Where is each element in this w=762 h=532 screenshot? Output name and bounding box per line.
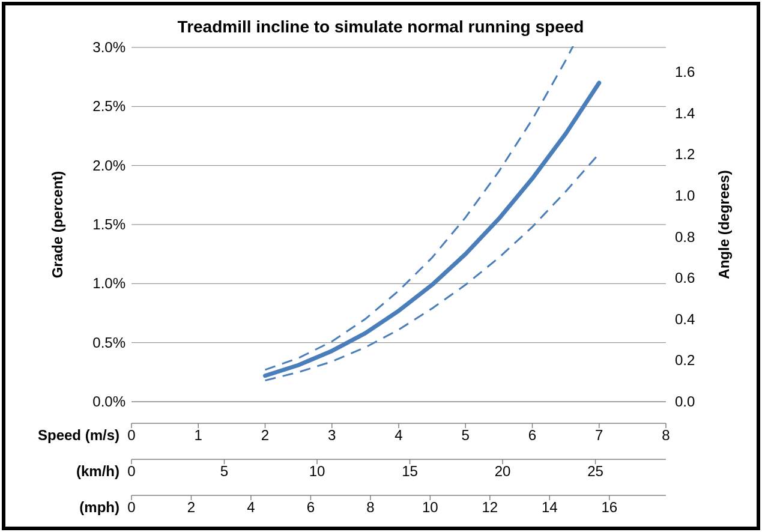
x-mph-tick-5: 10 [422, 499, 438, 515]
x-mph-tick-1: 2 [187, 499, 195, 515]
chart-svg: Treadmill incline to simulate normal run… [5, 5, 757, 527]
x-mph-tick-0: 0 [127, 499, 135, 515]
y-right-tick-3: 0.6 [675, 270, 695, 286]
x-mph-tick-6: 12 [482, 499, 498, 515]
x-kmh-tick-5: 25 [587, 463, 603, 479]
y-right-tick-5: 1.0 [675, 187, 695, 204]
x-ms-tick-1: 1 [195, 427, 202, 443]
x-mph-tick-4: 8 [366, 499, 374, 515]
y-left-tick-0: 0.0% [92, 393, 125, 410]
y-right-tick-8: 1.6 [675, 64, 695, 80]
chart-title: Treadmill incline to simulate normal run… [178, 17, 584, 36]
y-left-tick-2: 1.0% [92, 275, 125, 291]
right-y-axis: 0.0 0.2 0.4 0.6 0.8 1.0 1.2 1.4 1.6 [675, 64, 695, 410]
y-left-tick-5: 2.5% [92, 98, 125, 114]
x-mph-tick-7: 14 [542, 499, 558, 515]
left-y-axis: 0.0% 0.5% 1.0% 1.5% 2.0% 2.5% 3.0% [92, 39, 666, 410]
x-kmh-tick-1: 5 [220, 463, 228, 479]
chart-frame: Treadmill incline to simulate normal run… [2, 2, 760, 530]
x-ms-tick-0: 0 [127, 427, 135, 443]
x-mph-tick-8: 16 [601, 499, 617, 515]
y-right-tick-1: 0.2 [675, 352, 695, 368]
y-right-tick-7: 1.4 [675, 105, 695, 121]
y-right-label: Angle (degrees) [716, 170, 732, 279]
y-left-label: Grade (percent) [49, 171, 65, 279]
x-mph-tick-2: 4 [247, 499, 255, 515]
x-kmh-tick-3: 15 [402, 463, 418, 479]
y-right-tick-6: 1.2 [675, 146, 695, 162]
y-left-tick-1: 0.5% [92, 334, 125, 351]
x-mph-tick-3: 6 [307, 499, 315, 515]
x-ms-label: Speed (m/s) [38, 427, 119, 443]
y-right-tick-0: 0.0 [675, 393, 695, 410]
y-right-tick-4: 0.8 [675, 229, 695, 245]
x-axis-mph: 0 2 4 6 8 10 12 14 16 (mph) [79, 495, 666, 515]
x-ms-tick-4: 4 [395, 427, 402, 443]
y-left-tick-3: 1.5% [92, 216, 125, 232]
x-ms-tick-7: 7 [595, 427, 603, 443]
x-kmh-tick-0: 0 [127, 463, 135, 479]
x-ms-tick-5: 5 [462, 427, 470, 443]
x-mph-label: (mph) [79, 499, 119, 515]
x-kmh-label: (km/h) [76, 463, 119, 479]
x-ms-tick-2: 2 [261, 427, 269, 443]
x-ms-tick-6: 6 [528, 427, 536, 443]
x-kmh-tick-2: 10 [309, 463, 325, 479]
series-lower-band [265, 154, 599, 381]
x-kmh-tick-4: 20 [495, 463, 511, 479]
y-left-tick-4: 2.0% [92, 157, 125, 174]
x-ms-tick-3: 3 [328, 427, 336, 443]
x-axis-ms: 0 1 2 3 4 5 6 7 8 Speed (m/s) [38, 423, 670, 443]
x-ms-tick-8: 8 [662, 427, 670, 443]
y-right-tick-2: 0.4 [675, 311, 695, 327]
y-left-tick-6: 3.0% [92, 39, 125, 55]
x-axis-kmh: 0 5 10 15 20 25 (km/h) [76, 459, 666, 479]
series-central [265, 83, 599, 376]
chart-series [265, 5, 599, 381]
series-upper-band [265, 5, 599, 370]
